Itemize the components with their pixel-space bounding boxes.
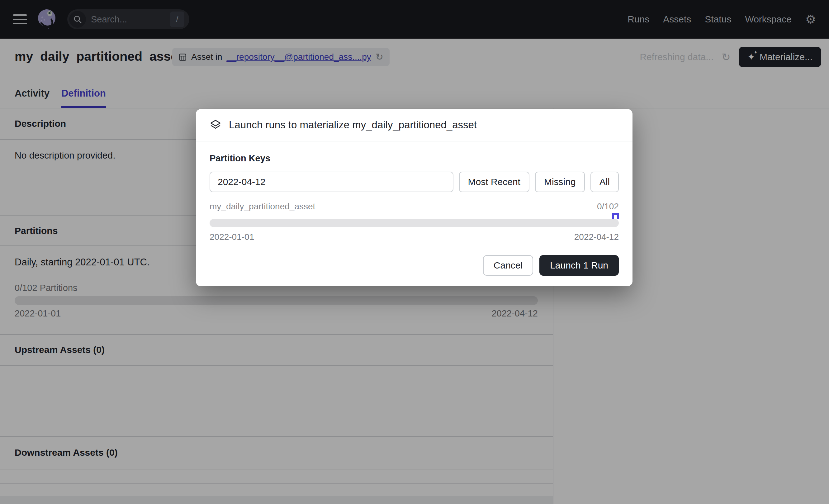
partition-key-input[interactable] [210,172,454,192]
most-recent-button[interactable]: Most Recent [459,172,530,192]
partition-selection-bar[interactable] [210,219,619,227]
partition-date-range: 2022-01-01 2022-04-12 [210,232,619,242]
launch-run-button[interactable]: Launch 1 Run [539,255,619,276]
partition-keys-label: Partition Keys [210,153,619,164]
missing-button[interactable]: Missing [535,172,585,192]
modal-footer: Cancel Launch 1 Run [210,255,619,276]
range-start: 2022-01-01 [210,232,254,242]
marker-row [210,212,619,219]
selected-partition-marker [612,213,619,219]
partition-count: 0/102 [597,202,619,212]
partition-key-controls: Most Recent Missing All [210,172,619,192]
modal-body: Partition Keys Most Recent Missing All m… [196,153,633,276]
all-button[interactable]: All [590,172,619,192]
launch-runs-modal: Launch runs to materialize my_daily_part… [196,109,633,286]
cancel-button[interactable]: Cancel [483,255,533,276]
asset-layers-icon [210,119,221,131]
partition-meta-row: my_daily_partitioned_asset 0/102 [210,202,619,212]
range-end: 2022-04-12 [574,232,619,242]
modal-title: Launch runs to materialize my_daily_part… [229,119,477,131]
dagster-asset-page: / Runs Assets Status Workspace ⚙ my_dail… [0,0,829,504]
modal-header: Launch runs to materialize my_daily_part… [196,109,633,141]
modal-asset-name: my_daily_partitioned_asset [210,202,315,212]
